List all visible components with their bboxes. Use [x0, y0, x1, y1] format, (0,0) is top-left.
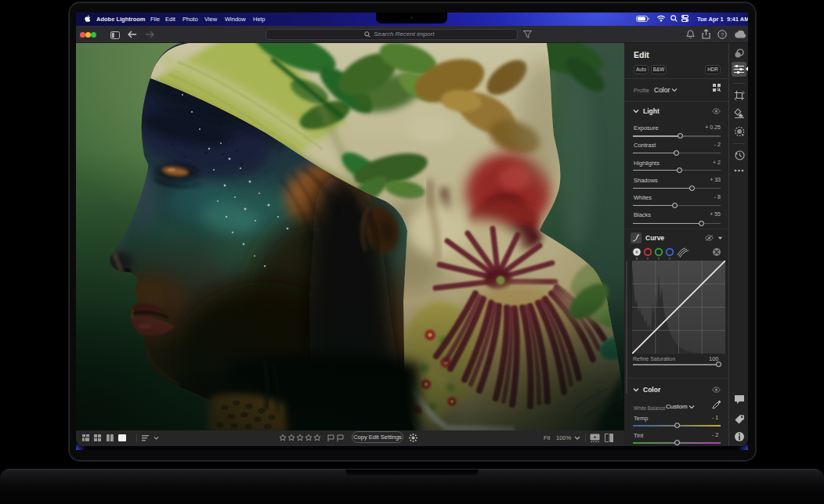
svg-text:?: ? — [721, 31, 724, 38]
